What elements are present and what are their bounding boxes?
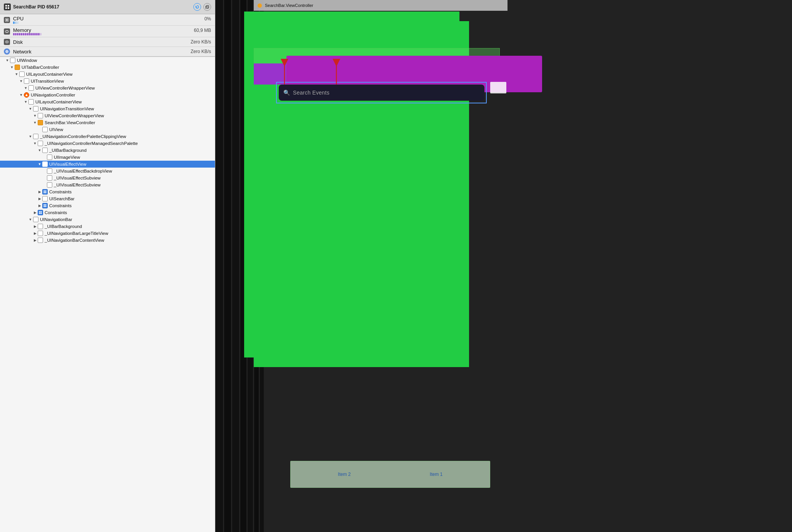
toggle-largetitle[interactable] — [32, 231, 38, 236]
metric-network[interactable]: Network Zero KB/s — [0, 47, 215, 57]
svg-rect-25 — [41, 211, 42, 213]
svg-rect-16 — [44, 191, 45, 192]
label-uiimageview: UIImageView — [54, 155, 80, 160]
tree-item-managed-search[interactable]: _UINavigationControllerManagedSearchPale… — [0, 140, 215, 147]
toggle-uivcwrapper2[interactable] — [32, 113, 38, 118]
toggle-uilayout2[interactable] — [23, 99, 28, 105]
label-uilayout1: UILayoutContainerView — [26, 72, 73, 76]
metric-disk[interactable]: Disk Zero KB/s — [0, 37, 215, 47]
refresh-button[interactable] — [193, 3, 201, 11]
tree-item-uivcwrapper2[interactable]: UIViewControllerWrapperView — [0, 112, 215, 119]
toggle-palette-clipping[interactable] — [28, 134, 33, 139]
tree-item-uibarbg1[interactable]: _UIBarBackground — [0, 147, 215, 154]
svg-rect-20 — [44, 204, 45, 206]
tree-item-uitransition[interactable]: UITransitionView — [0, 78, 215, 85]
toggle-managed-search[interactable] — [32, 141, 38, 146]
toggle-uivisualeffect[interactable] — [37, 161, 42, 167]
svg-rect-5 — [206, 6, 208, 9]
toggle-uibarbg2[interactable] — [32, 224, 38, 229]
toggle-uitransition[interactable] — [18, 78, 24, 84]
label-uitabbar: UITabBarController — [22, 65, 59, 70]
tree-item-uiview[interactable]: UIView — [0, 126, 215, 133]
toggle-uinavbar[interactable] — [28, 217, 33, 222]
cpu-label: CPU — [13, 16, 205, 22]
tree-item-uilayout1[interactable]: UILayoutContainerView — [0, 71, 215, 78]
tree-item-backdrop[interactable]: _UIVisualEffectBackdropView — [0, 168, 215, 175]
tree-item-subview1[interactable]: _UIVisualEffectSubview — [0, 175, 215, 181]
svg-rect-4 — [206, 5, 209, 8]
svg-rect-11 — [6, 32, 7, 33]
tab-item-2: Item 2 — [338, 472, 351, 477]
toggle-uiwindow[interactable] — [5, 58, 10, 63]
tree-item-uiwindow[interactable]: UIWindow — [0, 57, 215, 64]
tree-item-uibarbg2[interactable]: _UIBarBackground — [0, 223, 215, 230]
tree-item-uilayout2[interactable]: UILayoutContainerView — [0, 98, 215, 105]
label-uilayout2: UILayoutContainerView — [35, 100, 82, 104]
svg-rect-3 — [8, 7, 9, 9]
metric-cpu[interactable]: CPU 0% — [0, 14, 215, 26]
svg-rect-0 — [5, 5, 7, 7]
tree-item-constraints1[interactable]: Constraints — [0, 188, 215, 195]
disk-col: Disk Zero KB/s — [13, 39, 211, 45]
tree-item-constraints3[interactable]: Constraints — [0, 209, 215, 216]
label-uiview: UIView — [49, 127, 63, 132]
toggle-uivcwrapper1[interactable] — [23, 85, 28, 91]
toggle-searchbar-vc[interactable] — [32, 120, 38, 125]
icon-uiview — [42, 127, 48, 132]
icon-uiimageview — [47, 155, 52, 160]
icon-uinavbar — [33, 217, 38, 222]
toggle-subview1 — [42, 175, 47, 181]
toggle-uilayout1[interactable] — [14, 71, 19, 77]
red-arrow-left — [279, 60, 290, 88]
icon-constraints3 — [38, 210, 43, 215]
metric-memory[interactable]: Memory 60,9 MB — [0, 26, 215, 37]
icon-uibarbg2 — [38, 224, 43, 229]
toggle-constraints3[interactable] — [32, 210, 38, 215]
svg-point-14 — [7, 42, 7, 42]
cpu-col: CPU 0% — [13, 16, 211, 24]
memory-bar — [13, 33, 211, 35]
icon-uilayout1 — [19, 71, 25, 77]
label-backdrop: _UIVisualEffectBackdropView — [54, 169, 112, 173]
tree-item-palette-clipping[interactable]: _UINavigationControllerPaletteClippingVi… — [0, 133, 215, 140]
tree-item-uinavbar[interactable]: UINavigationBar — [0, 216, 215, 223]
tree-item-uiimageview[interactable]: UIImageView — [0, 154, 215, 161]
tree-item-uivisualeffect[interactable]: UIVisualEffectView — [0, 161, 215, 168]
scene-label: SearchBar.ViewController — [265, 3, 313, 8]
toggle-uitabbar[interactable] — [9, 65, 15, 70]
toggle-uinavtransition[interactable] — [28, 106, 33, 111]
label-uinavbar: UINavigationBar — [40, 217, 72, 222]
toggle-uibarbg1[interactable] — [37, 148, 42, 153]
view-canvas[interactable]: SearchBar.ViewController 🔍 Search Events — [215, 0, 792, 532]
label-uiwindow: UIWindow — [17, 58, 37, 63]
toggle-uinavctrl[interactable] — [18, 92, 24, 98]
label-managed-search: _UINavigationControllerManagedSearchPale… — [45, 141, 138, 146]
copy-button[interactable] — [203, 3, 211, 11]
icon-uitransition — [24, 78, 29, 84]
toggle-constraints1[interactable] — [37, 189, 42, 195]
tree-view: UIWindow UITabBarController UILayoutCont… — [0, 57, 215, 532]
tab-item-1: Item 1 — [430, 472, 443, 477]
green-layer-main: SearchBar.ViewController 🔍 Search Events — [254, 21, 469, 367]
top-bar: SearchBar PID 65617 — [0, 0, 215, 14]
toggle-uisearchbar[interactable] — [37, 196, 42, 201]
icon-constraints2 — [42, 203, 48, 208]
label-palette-clipping: _UINavigationControllerPaletteClippingVi… — [40, 134, 126, 139]
tree-item-uitabbar[interactable]: UITabBarController — [0, 64, 215, 71]
metrics-panel: CPU 0% Memory 60,9 MB — [0, 14, 215, 57]
toggle-contentview[interactable] — [32, 238, 38, 243]
tree-item-uinavtransition[interactable]: UINavigationTransitionView — [0, 105, 215, 112]
tree-item-uivcwrapper1[interactable]: UIViewControllerWrapperView — [0, 85, 215, 91]
toggle-constraints2[interactable] — [37, 203, 42, 208]
tree-item-searchbar-vc[interactable]: SearchBar.ViewController — [0, 119, 215, 126]
tree-item-uisearchbar[interactable]: UISearchBar — [0, 195, 215, 202]
tree-item-contentview[interactable]: _UINavigationBarContentView — [0, 237, 215, 244]
tree-item-constraints2[interactable]: Constraints — [0, 202, 215, 209]
top-bar-actions — [193, 3, 211, 11]
tree-item-largetitle[interactable]: _UINavigationBarLargeTitleView — [0, 230, 215, 237]
svg-rect-2 — [5, 7, 7, 9]
memory-label: Memory — [13, 27, 194, 33]
tree-item-uinavctrl[interactable]: UINavigationController — [0, 91, 215, 98]
label-contentview: _UINavigationBarContentView — [45, 238, 104, 243]
tree-item-subview2[interactable]: _UIVisualEffectSubview — [0, 181, 215, 188]
